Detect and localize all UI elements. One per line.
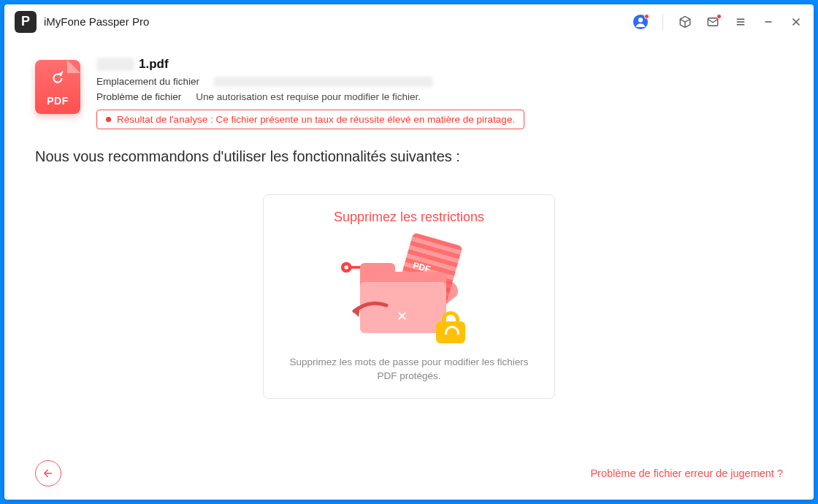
file-info-block: PDF 1.pdf Emplacement du fichier Problèm…: [35, 57, 783, 129]
feature-card-title: Supprimez les restrictions: [334, 210, 484, 225]
minimize-button[interactable]: [758, 12, 779, 32]
file-meta: 1.pdf Emplacement du fichier Problème de…: [96, 57, 783, 129]
pdf-icon-label: PDF: [35, 95, 80, 107]
file-name-redacted: [96, 58, 134, 71]
app-logo-icon: P: [15, 11, 37, 33]
feature-card-description: Supprimez les mots de passe pour modifie…: [283, 355, 535, 383]
feature-card-illustration: PDF ✕: [340, 238, 478, 348]
titlebar-separator: [662, 14, 663, 30]
pdf-file-icon: PDF: [35, 60, 80, 114]
file-problem-row: Problème de fichier Une autorisation est…: [96, 91, 783, 102]
file-problem-value: Une autorisation est requise pour modifi…: [196, 91, 421, 102]
file-location-label: Emplacement du fichier: [96, 76, 199, 87]
feature-card-container: Supprimez les restrictions PDF ✕: [35, 165, 783, 434]
illus-x-icon: ✕: [397, 308, 408, 324]
illus-arrow-icon: [344, 301, 391, 324]
footer: Problème de fichier erreur de jugement ?: [4, 447, 814, 500]
file-name-row: 1.pdf: [96, 57, 783, 72]
back-button[interactable]: [35, 460, 61, 486]
menu-button[interactable]: [730, 12, 751, 32]
analysis-result-text: Résultat de l'analyse : Ce fichier prése…: [117, 114, 515, 125]
titlebar: P iMyFone Passper Pro: [4, 4, 814, 39]
mail-button[interactable]: [703, 12, 723, 32]
app-title: iMyFone Passper Pro: [44, 15, 149, 28]
file-problem-label: Problème de fichier: [96, 91, 181, 102]
file-location-redacted: [214, 77, 433, 87]
svg-point-10: [344, 265, 348, 270]
file-location-row: Emplacement du fichier: [96, 76, 783, 87]
close-button[interactable]: [786, 12, 806, 32]
app-window: P iMyFone Passper Pro: [4, 4, 814, 500]
user-account-button[interactable]: [630, 12, 651, 32]
bullet-icon: [106, 117, 111, 122]
cube-button[interactable]: [675, 12, 695, 32]
user-notification-dot: [644, 14, 649, 19]
feature-card-remove-restrictions[interactable]: Supprimez les restrictions PDF ✕: [263, 194, 555, 399]
recommend-heading: Nous vous recommandons d'utiliser les fo…: [35, 148, 783, 165]
analysis-result-box: Résultat de l'analyse : Ce fichier prése…: [96, 110, 524, 129]
mail-notification-dot: [716, 14, 722, 19]
file-name-visible: 1.pdf: [139, 57, 169, 72]
misjudgment-link[interactable]: Problème de fichier erreur de jugement ?: [590, 467, 783, 479]
content-area: PDF 1.pdf Emplacement du fichier Problèm…: [4, 39, 814, 447]
svg-point-1: [638, 18, 643, 22]
illus-lock-icon: [436, 311, 465, 343]
